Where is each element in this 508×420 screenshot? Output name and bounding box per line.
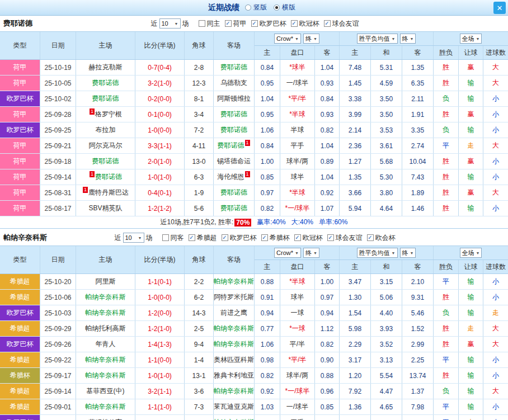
league-badge: 希腊超 (0, 274, 40, 289)
mean-away: 13.74 (402, 368, 434, 383)
filter-label[interactable]: 欧冠杯 (303, 233, 323, 243)
corners: 6-3 (185, 169, 214, 185)
result-goals: 大 (483, 185, 508, 200)
result-handicap: 走 (459, 321, 483, 336)
odds-final-select[interactable]: 终▼ (303, 248, 319, 258)
match-date: 25-09-22 (40, 352, 76, 367)
filter-checkbox[interactable]: ✓ (294, 234, 301, 241)
match-row: 荷甲25-09-21阿尔克马尔3-3(1-1)4-11费耶诺德10.84平手1.… (0, 138, 508, 154)
chevron-down-icon: ▼ (476, 251, 480, 255)
scope-select[interactable]: 全场▼ (460, 248, 482, 258)
scope-select[interactable]: 全场▼ (460, 34, 482, 44)
result-goals: 小 (483, 201, 508, 216)
summary-lead: 近10场,胜7平1负2, 胜率: (161, 218, 234, 227)
filter-checkbox[interactable]: ✓ (251, 20, 258, 27)
mean-odds-select[interactable]: 胜平负均值▼ (357, 248, 398, 258)
score: 1-0(0-0) (135, 290, 185, 305)
odds-source-select[interactable]: Crow*▼ (274, 34, 301, 44)
mean-away: 7.43 (402, 169, 434, 185)
result-wdl: 负 (434, 122, 459, 138)
mean-away: 2.74 (402, 138, 434, 153)
filter-label[interactable]: 欧罗巴杯 (230, 233, 257, 243)
mean-home: 3.38 (340, 91, 371, 106)
mean-final-select[interactable]: 终▼ (400, 34, 416, 44)
score: 3-3(1-1) (135, 138, 185, 153)
score: 1-0(1-0) (135, 169, 185, 185)
filter-label[interactable]: 希腊超 (197, 233, 217, 243)
mean-odds-group: 胜平负均值▼ 终▼ (340, 246, 434, 259)
score: 1-2(0-0) (135, 305, 185, 320)
col-away: 客场 (214, 32, 255, 59)
filter-label[interactable]: 球会友谊 (336, 233, 363, 243)
result-goals: 小 (483, 274, 508, 289)
filter-checkbox[interactable] (162, 234, 169, 241)
recent-count-select[interactable]: 10▼ (123, 233, 144, 243)
handicap-line: 一球 (280, 305, 315, 320)
chevron-down-icon: ▼ (175, 22, 178, 26)
filter-checkbox[interactable]: ✓ (367, 234, 374, 241)
match-row: 希腊超25-09-01帕纳辛奈科斯1-1(1-0)7-3莱瓦迪亚克斯1.03一/… (0, 399, 508, 415)
home-team: 布拉加 (76, 122, 135, 138)
away-team: 奥林匹亚科斯 (214, 352, 255, 367)
team-label: 费耶诺德 (220, 188, 247, 197)
radio-vertical[interactable] (245, 4, 251, 11)
odds-home: 0.82 (255, 201, 280, 216)
team-label: 锡塔德命运 (217, 157, 251, 166)
radio-vertical-label[interactable]: 竖版 (253, 3, 267, 12)
summary-handicap-rate: 赢率:40% (257, 218, 285, 227)
radio-horizontal[interactable] (274, 4, 280, 11)
odds-away: 0.85 (315, 399, 340, 414)
radio-horizontal-label[interactable]: 横版 (282, 3, 295, 12)
away-team: 费耶诺德 (214, 122, 255, 138)
filter-label[interactable]: 欧冠杯 (299, 19, 319, 29)
score: 1-4(1-3) (135, 337, 185, 352)
section-header: 帕纳辛奈科斯 近 10▼ 场 同客✓希腊超✓欧罗巴杯✓希腊杯✓欧冠杯✓球会友谊✓… (0, 230, 508, 246)
filter-checkbox[interactable]: ✓ (225, 20, 232, 27)
home-team: 赫拉克勒斯 (76, 60, 135, 75)
odds-source-value: Crow* (276, 35, 293, 42)
away-team: 费耶诺德 (214, 201, 255, 216)
score: 1-1(0-0) (135, 352, 185, 367)
filter-label[interactable]: 球会友谊 (332, 19, 359, 29)
close-button[interactable]: ✕ (493, 2, 506, 14)
filter-checkbox[interactable]: ✓ (261, 234, 268, 241)
filter-checkbox[interactable] (199, 20, 205, 27)
odds-home: 0.84 (255, 60, 280, 75)
filter-label[interactable]: 同客 (171, 233, 184, 243)
home-team: 1鹿特丹斯巴达 (76, 185, 135, 200)
odds-home: 0.95 (255, 107, 280, 122)
mean-home: 3.17 (340, 352, 371, 367)
chevron-down-icon: ▼ (295, 37, 299, 41)
recent-count-select[interactable]: 10▼ (159, 18, 181, 29)
mean-odds-select[interactable]: 胜平负均值▼ (357, 34, 398, 44)
filter-label[interactable]: 欧会杯 (375, 233, 396, 243)
scope-value: 全场 (462, 249, 474, 257)
filter-checkbox[interactable]: ✓ (324, 20, 331, 27)
filter-label[interactable]: 欧罗巴杯 (260, 19, 286, 29)
filter-label[interactable]: 荷甲 (233, 19, 247, 29)
red-card-badge: 1 (83, 187, 88, 193)
odds-source-select[interactable]: Crow*▼ (274, 248, 301, 258)
team-label: 萨姆松体育 (89, 418, 123, 420)
result-goals: 大 (483, 384, 508, 399)
result-wdl: 平 (434, 138, 459, 153)
filter-checkbox[interactable]: ✓ (327, 234, 334, 241)
mean-draw: 4.64 (371, 201, 402, 216)
match-row: 希腊超25-09-14基菲西亚(中)3-2(1-1)3-6帕纳辛奈科斯0.92*… (0, 384, 508, 399)
filter-checkbox[interactable]: ✓ (222, 234, 228, 241)
mean-final-select[interactable]: 终▼ (400, 248, 416, 258)
filter-label[interactable]: 希腊杯 (270, 233, 290, 243)
team-label: 帕纳辛奈科斯 (214, 277, 254, 286)
away-team: 帕纳辛奈科斯 (214, 337, 255, 352)
filter-checkbox[interactable]: ✓ (189, 234, 195, 241)
filter-checkbox[interactable]: ✓ (291, 20, 298, 27)
result-handicap: 输 (459, 290, 483, 305)
handicap-odds-group: Crow*▼ 终▼ (255, 246, 340, 259)
odds-final-select[interactable]: 终▼ (303, 34, 319, 44)
summary-over-rate: 大:40% (291, 218, 313, 227)
odds-away: 0.82 (315, 337, 340, 352)
filter-label[interactable]: 同主 (207, 19, 220, 29)
mean-draw: 3.50 (371, 91, 402, 106)
league-badge: 荷甲 (0, 75, 40, 91)
chevron-down-icon: ▼ (476, 37, 480, 41)
